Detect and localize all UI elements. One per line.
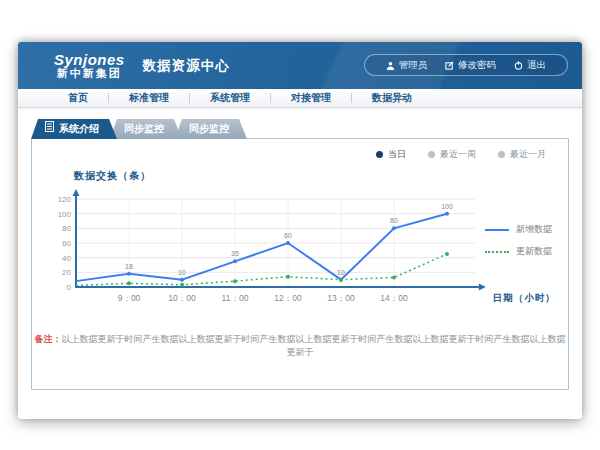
user-icon [386, 61, 395, 70]
filter-label: 最近一月 [510, 148, 546, 161]
content-area: 系统介绍 同步监控 同步监控 当日 最近一周 [18, 108, 582, 419]
tab-bar: 系统介绍 同步监控 同步监控 [31, 119, 569, 139]
radio-selected-icon [376, 151, 383, 158]
legend-item-updated-data: 更新数据 [485, 245, 552, 258]
footnote: 备注：以上数据更新于时间产生数据以上数据更新于时间产生数据以上数据更新于时间产生… [32, 333, 568, 359]
change-password-label: 修改密码 [458, 59, 496, 72]
svg-text:60: 60 [284, 232, 292, 239]
series-legend: 新增数据 更新数据 [485, 223, 552, 267]
tab-label: 同步监控 [189, 123, 229, 134]
tab-sync-monitor-1[interactable]: 同步监控 [110, 119, 182, 139]
filter-today[interactable]: 当日 [376, 148, 406, 161]
legend-label: 新增数据 [516, 223, 552, 236]
legend-item-new-data: 新增数据 [485, 223, 552, 236]
svg-text:10: 10 [337, 269, 345, 276]
svg-text:13：00: 13：00 [327, 293, 355, 303]
filter-last-month[interactable]: 最近一月 [498, 148, 546, 161]
user-menu: 管理员 修改密码 退出 [364, 54, 569, 76]
svg-text:0: 0 [67, 283, 72, 292]
svg-text:日期（小时）: 日期（小时） [493, 292, 556, 304]
nav-item-integration[interactable]: 对接管理 [271, 91, 351, 105]
radio-unselected-icon [428, 151, 435, 158]
footnote-label: 备注： [35, 334, 62, 344]
change-password-button[interactable]: 修改密码 [436, 59, 505, 72]
nav-item-home[interactable]: 首页 [48, 91, 108, 105]
svg-text:40: 40 [62, 254, 71, 263]
chart-panel: 当日 最近一周 最近一月 数据交换（条） 0204060801001209：00… [31, 138, 569, 390]
power-icon [514, 61, 523, 70]
edit-icon [445, 61, 454, 70]
solid-line-icon [485, 229, 509, 231]
svg-text:11：00: 11：00 [222, 293, 249, 303]
svg-text:60: 60 [62, 239, 71, 248]
tab-sync-monitor-2[interactable]: 同步监控 [175, 119, 247, 139]
admin-user-label: 管理员 [399, 59, 428, 72]
svg-text:10: 10 [178, 269, 186, 276]
svg-text:9：00: 9：00 [118, 293, 141, 303]
document-icon [45, 119, 54, 139]
company-logo: Synjones 新中新集团 [54, 52, 125, 79]
svg-text:18: 18 [125, 263, 133, 270]
time-range-filter: 当日 最近一周 最近一月 [376, 148, 546, 161]
nav-item-data-changes[interactable]: 数据异动 [352, 91, 432, 105]
app-window: Synjones 新中新集团 数据资源中心 管理员 修改密码 退出 [18, 42, 582, 419]
filter-label: 最近一周 [440, 148, 476, 161]
svg-text:80: 80 [390, 217, 398, 224]
filter-label: 当日 [388, 148, 406, 161]
svg-text:12：00: 12：00 [274, 293, 302, 303]
logout-button[interactable]: 退出 [505, 59, 555, 72]
nav-item-standards[interactable]: 标准管理 [109, 91, 189, 105]
header: Synjones 新中新集团 数据资源中心 管理员 修改密码 退出 [18, 42, 582, 89]
logo-text-en: Synjones [54, 52, 125, 68]
footnote-text: 以上数据更新于时间产生数据以上数据更新于时间产生数据以上数据更新于时间产生数据以… [62, 334, 566, 357]
filter-last-week[interactable]: 最近一周 [428, 148, 476, 161]
svg-text:100: 100 [441, 203, 453, 210]
main-nav: 首页 标准管理 系统管理 对接管理 数据异动 [18, 89, 582, 108]
svg-text:120: 120 [58, 195, 72, 204]
legend-label: 更新数据 [516, 245, 552, 258]
dotted-line-icon [485, 251, 509, 253]
svg-text:100: 100 [58, 210, 72, 219]
svg-text:80: 80 [62, 224, 71, 233]
tab-system-intro[interactable]: 系统介绍 [31, 119, 117, 139]
svg-text:20: 20 [62, 268, 71, 277]
admin-user-button[interactable]: 管理员 [377, 59, 437, 72]
logout-label: 退出 [527, 59, 546, 72]
radio-unselected-icon [498, 151, 505, 158]
tab-label: 同步监控 [124, 123, 164, 134]
y-axis-title: 数据交换（条） [74, 169, 151, 183]
svg-text:35: 35 [231, 250, 239, 257]
svg-text:10：00: 10：00 [168, 293, 196, 303]
page-title: 数据资源中心 [143, 57, 230, 75]
tab-label: 系统介绍 [59, 119, 99, 139]
svg-text:14：00: 14：00 [380, 293, 408, 303]
nav-item-system[interactable]: 系统管理 [190, 91, 270, 105]
logo-text-cn: 新中新集团 [54, 68, 125, 80]
